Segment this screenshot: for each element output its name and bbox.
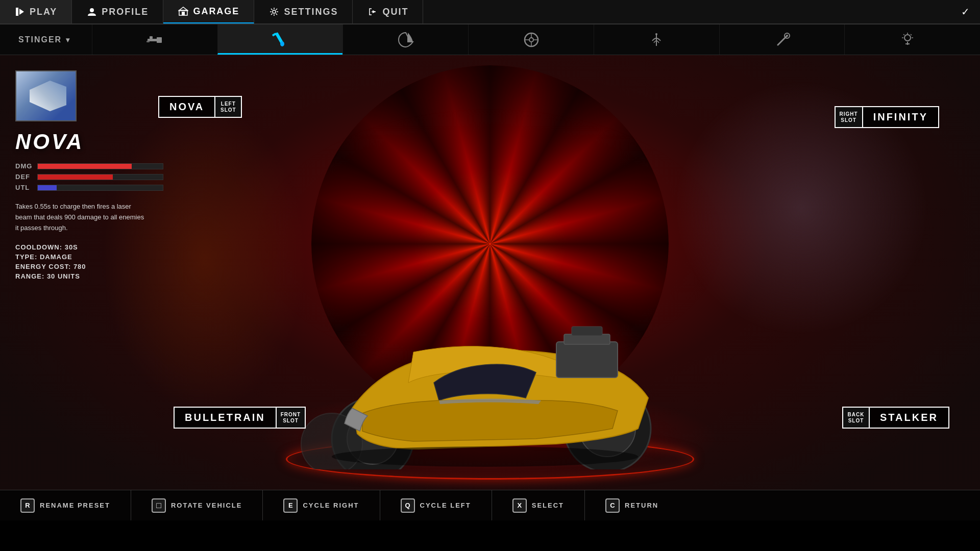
nav-play[interactable]: PLAY xyxy=(0,0,72,23)
cycle-left-action[interactable]: Q CYCLE LEFT xyxy=(380,490,492,520)
cycle-left-key-badge: Q xyxy=(401,498,415,513)
nav-garage-label: GARAGE xyxy=(193,6,239,17)
svg-rect-5 xyxy=(182,12,185,15)
front-weapon-name: BULLETRAIN xyxy=(174,407,277,429)
weapon-description: Takes 0.55s to charge then fires a laser… xyxy=(15,202,148,233)
back-slot-line2: SLOT xyxy=(848,418,864,424)
nav-profile[interactable]: PROFILE xyxy=(72,0,163,23)
right-slot-label[interactable]: RIGHT SLOT INFINITY xyxy=(835,106,939,128)
toolbar-antenna-btn[interactable] xyxy=(594,24,719,55)
nav-settings[interactable]: SETTINGS xyxy=(254,0,353,23)
antenna-icon xyxy=(647,31,666,49)
svg-point-6 xyxy=(273,10,276,13)
def-stat-row: DEF xyxy=(15,173,163,181)
bottom-action-bar: R RENAME PRESET □ ROTATE VEHICLE E CYCLE… xyxy=(0,490,980,520)
svg-line-32 xyxy=(903,34,904,35)
chevron-down-icon: ▾ xyxy=(66,36,70,44)
sticker-icon xyxy=(397,31,415,49)
rotate-vehicle-action[interactable]: □ ROTATE VEHICLE xyxy=(131,490,263,520)
utl-bar-fill xyxy=(38,185,57,190)
def-label: DEF xyxy=(15,173,33,181)
vehicle-selector[interactable]: STINGER ▾ xyxy=(10,35,92,44)
svg-point-13 xyxy=(280,41,284,46)
left-slot-info: LEFT SLOT xyxy=(215,96,242,118)
svg-rect-11 xyxy=(146,41,150,42)
nav-profile-label: PROFILE xyxy=(102,7,149,17)
profile-icon xyxy=(86,6,97,17)
select-action[interactable]: X SELECT xyxy=(492,490,585,520)
utl-bar-bg xyxy=(37,185,163,191)
dmg-label: DMG xyxy=(15,162,33,170)
svg-rect-9 xyxy=(157,37,162,43)
back-weapon-name: STALKER xyxy=(869,407,949,429)
light-icon xyxy=(898,31,917,49)
left-slot-label[interactable]: NOVA LEFT SLOT xyxy=(158,96,242,118)
nav-settings-label: SETTINGS xyxy=(284,7,338,17)
toolbar-sticker-btn[interactable] xyxy=(342,24,468,55)
front-slot-line1: FRONT xyxy=(281,412,301,418)
back-slot-label[interactable]: BACK SLOT STALKER xyxy=(842,407,949,429)
return-action[interactable]: C RETURN xyxy=(585,490,679,520)
paint-icon xyxy=(271,30,289,48)
svg-point-26 xyxy=(904,35,911,41)
garage-icon xyxy=(178,6,189,17)
front-slot-label[interactable]: BULLETRAIN FRONT SLOT xyxy=(174,407,306,429)
dmg-bar-bg xyxy=(37,163,163,169)
cycle-right-action[interactable]: E CYCLE RIGHT xyxy=(263,490,380,520)
toolbar-exhaust-btn[interactable] xyxy=(719,24,845,55)
toolbar-paint-btn[interactable] xyxy=(217,24,343,55)
return-key-badge: C xyxy=(605,498,620,513)
left-slot-line2: SLOT xyxy=(220,107,236,113)
left-slot-line1: LEFT xyxy=(221,101,236,107)
svg-point-2 xyxy=(90,8,94,12)
svg-point-22 xyxy=(655,33,657,35)
right-weapon-name: INFINITY xyxy=(862,106,939,128)
top-navigation: PLAY PROFILE GARAGE SETTIN xyxy=(0,0,980,24)
rename-preset-action[interactable]: R RENAME PRESET xyxy=(0,490,131,520)
toolbar-light-btn[interactable] xyxy=(844,24,970,55)
def-bar-fill xyxy=(38,174,113,180)
weapon-thumbnail xyxy=(15,70,77,121)
select-label: SELECT xyxy=(532,502,564,509)
left-weapon-name: NOVA xyxy=(158,96,215,118)
svg-point-16 xyxy=(529,38,533,42)
nav-garage[interactable]: GARAGE xyxy=(163,0,254,23)
exhaust-icon xyxy=(773,31,791,49)
back-slot-line1: BACK xyxy=(848,412,865,418)
right-slot-line2: SLOT xyxy=(841,117,856,123)
range-stat: RANGE: 30 units xyxy=(15,272,163,280)
svg-rect-10 xyxy=(150,36,153,39)
wheel-icon xyxy=(522,31,541,49)
back-slot-info: BACK SLOT xyxy=(842,407,869,429)
nav-quit-label: QUIT xyxy=(382,7,408,17)
weapon-info-panel: NOVA DMG DEF UTL Takes 0.55s to charge t… xyxy=(15,70,163,282)
def-bar-bg xyxy=(37,174,163,180)
rename-preset-label: RENAME PRESET xyxy=(40,502,110,509)
svg-rect-0 xyxy=(16,8,18,16)
main-content: NOVA DMG DEF UTL Takes 0.55s to charge t… xyxy=(0,55,980,520)
energy-cost-stat: ENERGY COST: 780 xyxy=(15,263,163,270)
front-slot-info: FRONT SLOT xyxy=(277,407,306,429)
svg-point-42 xyxy=(332,446,638,467)
toolbar-weapon-btn[interactable] xyxy=(92,24,217,55)
dmg-stat-row: DMG xyxy=(15,162,163,170)
front-slot-line2: SLOT xyxy=(283,418,299,424)
cooldown-stat: COOLDOWN: 30s xyxy=(15,243,163,251)
car-svg xyxy=(260,255,720,469)
rotate-key-badge: □ xyxy=(152,498,166,513)
toolbar-wheel-btn[interactable] xyxy=(468,24,594,55)
utl-stat-row: UTL xyxy=(15,184,163,191)
nav-checkmark: ✓ xyxy=(951,0,980,23)
nav-quit[interactable]: QUIT xyxy=(353,0,423,23)
rename-key-badge: R xyxy=(20,498,35,513)
svg-point-25 xyxy=(786,35,788,37)
vehicle-name: STINGER xyxy=(18,35,62,44)
weapon-stats-list: COOLDOWN: 30s TYPE: DAMAGE ENERGY COST: … xyxy=(15,243,163,280)
weapon-name-title: NOVA xyxy=(15,130,163,154)
rotate-vehicle-label: ROTATE VEHICLE xyxy=(171,502,242,509)
svg-rect-41 xyxy=(572,327,602,336)
right-slot-line1: RIGHT xyxy=(840,111,858,117)
select-key-badge: X xyxy=(512,498,527,513)
toolbar: STINGER ▾ xyxy=(0,24,980,55)
play-icon xyxy=(14,6,26,17)
